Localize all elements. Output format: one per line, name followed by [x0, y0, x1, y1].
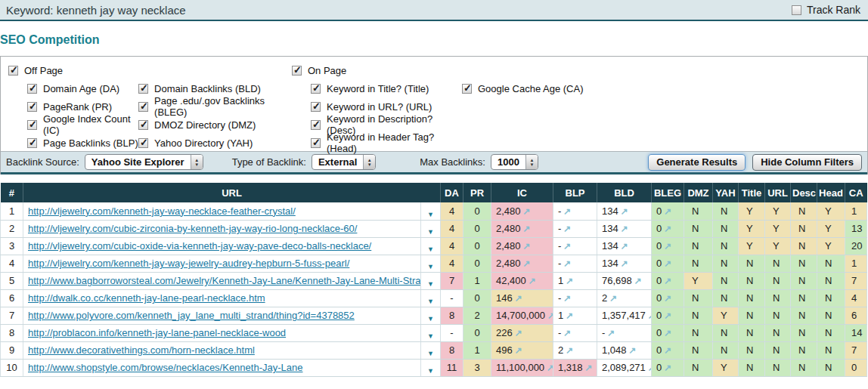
url-link[interactable]: http://www.bagborroworsteal.com/Jewelry/… [28, 275, 421, 286]
row-expand-icon[interactable]: ▼ [427, 263, 434, 270]
filter-cache-age[interactable]: Google Cache Age (CA) [462, 79, 583, 97]
trend-arrow-icon[interactable]: ↗ [515, 328, 522, 338]
trend-arrow-icon[interactable]: ↗ [563, 206, 571, 217]
col-header-url2[interactable]: URL [765, 183, 791, 202]
col-header-ca[interactable]: CA [845, 183, 867, 202]
trend-arrow-icon[interactable]: ↗ [664, 276, 671, 286]
trend-arrow-icon[interactable]: ↗ [664, 224, 671, 234]
url-link[interactable]: http://vljewelry.com/kenneth-jay-way-nec… [28, 205, 296, 217]
track-rank-checkbox[interactable] [792, 5, 801, 15]
kw-url-checkbox[interactable] [311, 102, 321, 112]
filter-domain-age[interactable]: Domain Age (DA) [27, 79, 138, 97]
col-header-num[interactable]: # [1, 183, 23, 202]
trend-arrow-icon[interactable]: ↗ [634, 276, 642, 286]
row-expand-icon[interactable]: ▼ [427, 350, 434, 357]
row-expand-icon[interactable]: ▼ [427, 332, 434, 340]
trend-arrow-icon[interactable]: ↗ [585, 363, 593, 373]
trend-arrow-icon[interactable]: ↗ [664, 310, 671, 321]
domain-age-checkbox[interactable] [27, 84, 37, 94]
edu-gov-backlinks-checkbox[interactable] [138, 102, 148, 112]
col-header-yah[interactable]: YAH [713, 183, 739, 202]
trend-arrow-icon[interactable]: ↗ [523, 206, 531, 217]
trend-arrow-icon[interactable]: ↗ [523, 224, 531, 234]
trend-arrow-icon[interactable]: ↗ [621, 241, 628, 252]
generate-results-button[interactable]: Generate Results [648, 154, 746, 171]
max-backlinks-stepper[interactable]: 1000 ▲▼ [491, 154, 538, 170]
filter-dmoz[interactable]: DMOZ Directory (DMZ) [138, 116, 292, 134]
trend-arrow-icon[interactable]: ↗ [648, 310, 652, 321]
trend-arrow-icon[interactable]: ↗ [563, 258, 571, 269]
filter-yahoo-directory[interactable]: Yahoo Directory (YAH) [138, 134, 292, 152]
col-header-dmz[interactable]: DMZ [684, 183, 713, 202]
url-link[interactable]: http://vljewelry.com/kenneth-jay-way-jew… [28, 258, 349, 269]
filter-page-backlinks[interactable]: Page Backlinks (BLP) [27, 134, 138, 152]
filter-edu-gov-backlinks[interactable]: Page .edu/.gov Backlinks (BLEG) [138, 97, 292, 116]
col-header-bld[interactable]: BLD [597, 183, 652, 202]
trend-arrow-icon[interactable]: ↗ [547, 363, 553, 373]
index-count-checkbox[interactable] [27, 120, 37, 130]
trend-arrow-icon[interactable]: ↗ [664, 363, 671, 373]
trend-arrow-icon[interactable]: ↗ [566, 345, 573, 356]
row-expand-icon[interactable]: ▼ [427, 280, 434, 288]
kw-title-checkbox[interactable] [311, 84, 321, 94]
col-header-ic[interactable]: IC [491, 183, 553, 202]
col-header-url[interactable]: URL [23, 183, 441, 202]
on-page-toggle[interactable]: On Page [292, 63, 867, 78]
track-rank-control[interactable]: Track Rank [792, 4, 860, 16]
trend-arrow-icon[interactable]: ↗ [515, 345, 522, 356]
trend-arrow-icon[interactable]: ↗ [664, 241, 671, 252]
row-expand-icon[interactable]: ▼ [427, 228, 434, 236]
filter-kw-header-tag[interactable]: Keyword in Header Tag? (Head) [311, 134, 462, 152]
trend-arrow-icon[interactable]: ↗ [515, 293, 522, 304]
url-link[interactable]: http://vljewelry.com/cubic-zirconia-by-k… [28, 223, 357, 234]
dmoz-checkbox[interactable] [138, 120, 148, 130]
trend-arrow-icon[interactable]: ↗ [529, 276, 536, 286]
row-expand-icon[interactable]: ▼ [427, 367, 434, 375]
pagerank-checkbox[interactable] [27, 102, 37, 112]
trend-arrow-icon[interactable]: ↗ [621, 258, 628, 269]
url-link[interactable]: http://www.polyvore.com/kenneth_jay_lane… [28, 310, 355, 321]
col-header-head[interactable]: Head [817, 183, 845, 202]
filter-index-count[interactable]: Google Index Count (IC) [27, 116, 138, 134]
url-link[interactable]: http://www.shopstyle.com/browse/necklace… [28, 362, 302, 373]
stepper-spinner-icon[interactable]: ▲▼ [525, 155, 538, 169]
trend-arrow-icon[interactable]: ↗ [563, 293, 571, 304]
select-spinner-icon[interactable]: ▲▼ [363, 155, 375, 169]
trend-arrow-icon[interactable]: ↗ [664, 293, 671, 304]
trend-arrow-icon[interactable]: ↗ [621, 224, 628, 234]
backlink-source-select[interactable]: Yahoo Site Explorer ▲▼ [85, 154, 203, 170]
trend-arrow-icon[interactable]: ↗ [648, 363, 652, 373]
kw-header-tag-checkbox[interactable] [311, 138, 321, 148]
col-header-desc[interactable]: Desc [791, 183, 817, 202]
domain-backlinks-checkbox[interactable] [138, 84, 148, 94]
url-link[interactable]: http://problacon.info/kenneth-jay-lane-p… [28, 327, 286, 338]
url-link[interactable]: http://vljewelry.com/cubic-oxide-via-ken… [28, 240, 371, 252]
trend-arrow-icon[interactable]: ↗ [629, 345, 637, 356]
trend-arrow-icon[interactable]: ↗ [607, 328, 615, 338]
trend-arrow-icon[interactable]: ↗ [523, 258, 531, 269]
hide-column-filters-button[interactable]: Hide Column Filters [752, 154, 862, 171]
url-link[interactable]: http://www.decorativethings.com/horn-nec… [28, 344, 255, 356]
col-header-da[interactable]: DA [441, 183, 463, 202]
trend-arrow-icon[interactable]: ↗ [566, 310, 573, 321]
trend-arrow-icon[interactable]: ↗ [563, 241, 571, 252]
row-expand-icon[interactable]: ▼ [427, 245, 434, 253]
url-link[interactable]: http://dwalk.co.cc/kenneth-jay-lane-pear… [28, 292, 265, 304]
on-page-checkbox[interactable] [292, 66, 302, 76]
trend-arrow-icon[interactable]: ↗ [664, 328, 671, 338]
trend-arrow-icon[interactable]: ↗ [547, 310, 553, 321]
yahoo-directory-checkbox[interactable] [138, 138, 148, 148]
kw-description-checkbox[interactable] [311, 120, 321, 130]
select-spinner-icon[interactable]: ▲▼ [191, 155, 203, 169]
row-expand-icon[interactable]: ▼ [427, 298, 434, 305]
filter-kw-title[interactable]: Keyword in Title? (Title) [311, 79, 462, 97]
trend-arrow-icon[interactable]: ↗ [664, 206, 671, 217]
col-header-pr[interactable]: PR [463, 183, 491, 202]
page-backlinks-checkbox[interactable] [27, 138, 37, 148]
row-expand-icon[interactable]: ▼ [427, 211, 434, 218]
off-page-checkbox[interactable] [8, 66, 18, 76]
off-page-toggle[interactable]: Off Page [8, 63, 292, 78]
trend-arrow-icon[interactable]: ↗ [563, 328, 571, 338]
row-expand-icon[interactable]: ▼ [427, 315, 434, 323]
cache-age-checkbox[interactable] [462, 84, 472, 94]
